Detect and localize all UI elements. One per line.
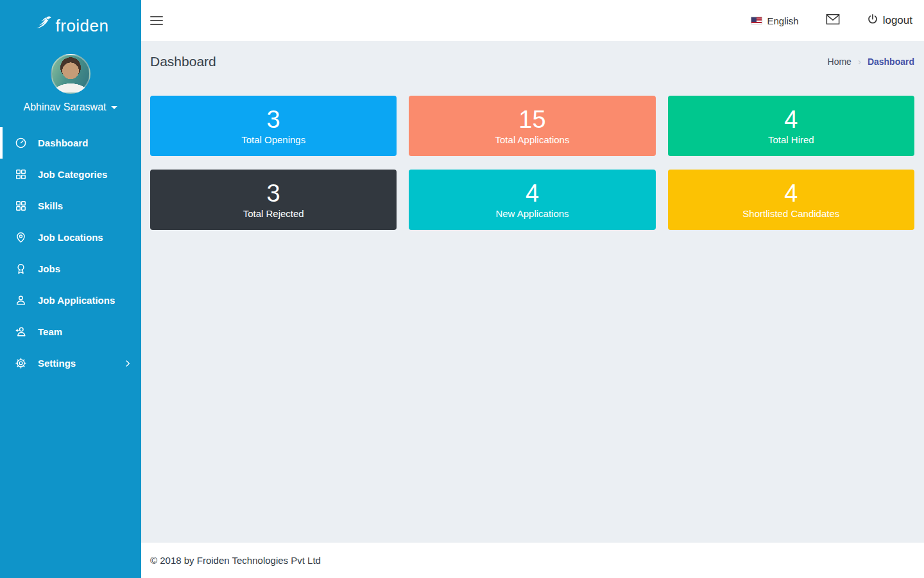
person-plus-icon bbox=[15, 326, 27, 338]
breadcrumb-separator: › bbox=[858, 56, 861, 67]
logo-text: froiden bbox=[56, 16, 109, 36]
sidebar-item-dashboard[interactable]: Dashboard bbox=[0, 127, 141, 159]
sidebar-item-job-categories[interactable]: Job Categories bbox=[0, 159, 141, 190]
user-name: Abhinav Saraswat bbox=[24, 101, 107, 113]
main-column: English logout Dashboard Home › Dashboar… bbox=[141, 0, 924, 578]
stat-value: 4 bbox=[784, 107, 798, 132]
page-title: Dashboard bbox=[150, 54, 216, 69]
sidebar-item-label: Skills bbox=[38, 200, 63, 211]
topbar: English logout bbox=[141, 0, 924, 41]
mail-button[interactable] bbox=[826, 13, 840, 28]
copyright-text: © 2018 by Froiden Technologies Pvt Ltd bbox=[150, 555, 321, 566]
sidebar-item-skills[interactable]: Skills bbox=[0, 190, 141, 222]
grid-icon bbox=[15, 200, 27, 212]
gear-icon bbox=[15, 357, 27, 369]
logout-button[interactable]: logout bbox=[867, 13, 912, 28]
stat-label: Total Applications bbox=[495, 134, 570, 145]
stat-value: 3 bbox=[267, 107, 280, 132]
sidebar-item-label: Jobs bbox=[38, 263, 60, 274]
logout-label: logout bbox=[883, 14, 912, 27]
mail-icon bbox=[826, 13, 840, 28]
sidebar: froiden Abhinav Saraswat Dashboard Job C… bbox=[0, 0, 141, 578]
chevron-down-icon bbox=[111, 106, 117, 109]
stat-label: New Applications bbox=[495, 208, 569, 219]
user-menu[interactable]: Abhinav Saraswat bbox=[24, 101, 118, 113]
language-selector[interactable]: English bbox=[751, 15, 798, 26]
app-logo[interactable]: froiden bbox=[0, 0, 141, 41]
us-flag-icon bbox=[751, 17, 762, 24]
map-pin-icon bbox=[15, 231, 27, 243]
stat-card-total-applications: 15 Total Applications bbox=[409, 96, 655, 156]
breadcrumb: Home › Dashboard bbox=[828, 56, 914, 67]
stat-card-total-hired: 4 Total Hired bbox=[668, 96, 914, 156]
breadcrumb-current: Dashboard bbox=[868, 57, 914, 67]
stat-card-total-openings: 3 Total Openings bbox=[150, 96, 397, 156]
stat-label: Total Hired bbox=[768, 134, 814, 145]
stat-card-shortlisted-candidates: 4 Shortlisted Candidates bbox=[668, 170, 914, 230]
sidebar-item-label: Dashboard bbox=[38, 137, 88, 148]
stat-label: Total Rejected bbox=[243, 208, 304, 219]
sidebar-item-job-locations[interactable]: Job Locations bbox=[0, 222, 141, 253]
sidebar-item-label: Team bbox=[38, 326, 62, 337]
breadcrumb-home-link[interactable]: Home bbox=[828, 57, 851, 67]
stat-card-total-rejected: 3 Total Rejected bbox=[150, 170, 397, 230]
sidebar-item-label: Job Categories bbox=[38, 169, 107, 180]
footer: © 2018 by Froiden Technologies Pvt Ltd bbox=[141, 543, 924, 578]
sidebar-item-label: Job Applications bbox=[38, 295, 115, 306]
hamburger-icon[interactable] bbox=[150, 16, 163, 25]
stat-value: 15 bbox=[518, 107, 545, 132]
sidebar-item-team[interactable]: Team bbox=[0, 316, 141, 347]
logo-bird-icon bbox=[33, 15, 52, 37]
language-label: English bbox=[767, 15, 798, 26]
stat-value: 3 bbox=[267, 181, 280, 206]
stat-cards: 3 Total Openings 15 Total Applications 4… bbox=[150, 96, 914, 230]
sidebar-item-job-applications[interactable]: Job Applications bbox=[0, 285, 141, 316]
power-icon bbox=[867, 13, 878, 28]
chevron-right-icon bbox=[123, 359, 132, 368]
person-icon bbox=[15, 294, 27, 306]
content-area: Dashboard Home › Dashboard 3 Total Openi… bbox=[141, 41, 924, 543]
grid-icon bbox=[15, 168, 27, 180]
sidebar-menu: Dashboard Job Categories Skills Job Loca… bbox=[0, 127, 141, 379]
sidebar-item-jobs[interactable]: Jobs bbox=[0, 253, 141, 285]
sidebar-item-label: Settings bbox=[38, 358, 76, 369]
stat-value: 4 bbox=[784, 181, 798, 206]
stat-label: Shortlisted Candidates bbox=[742, 208, 839, 219]
sidebar-item-label: Job Locations bbox=[38, 232, 103, 243]
gauge-icon bbox=[15, 137, 27, 149]
award-icon bbox=[15, 263, 27, 275]
user-avatar[interactable] bbox=[51, 54, 90, 94]
sidebar-item-settings[interactable]: Settings bbox=[0, 347, 141, 379]
stat-label: Total Openings bbox=[241, 134, 305, 145]
stat-value: 4 bbox=[526, 181, 539, 206]
stat-card-new-applications: 4 New Applications bbox=[409, 170, 655, 230]
